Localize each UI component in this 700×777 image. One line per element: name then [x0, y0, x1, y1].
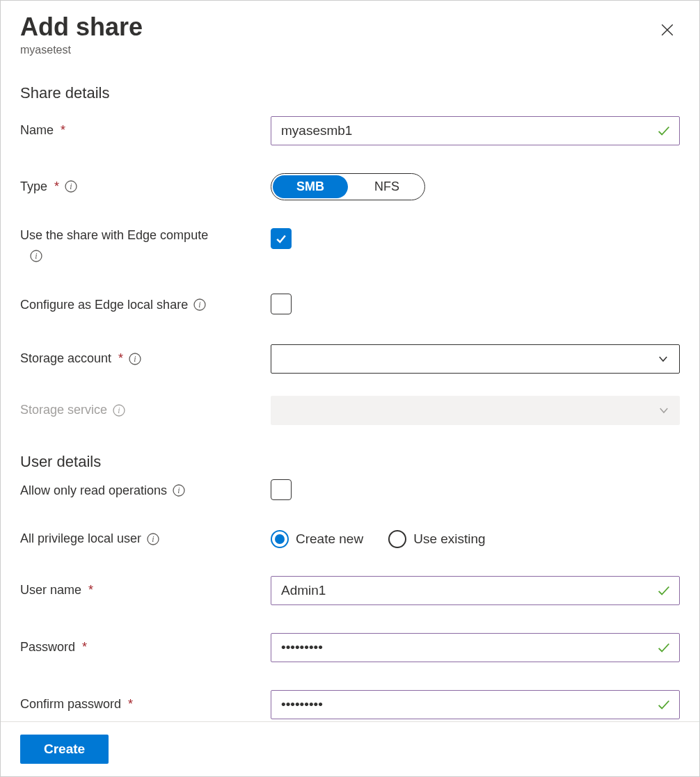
- type-toggle: SMB NFS: [271, 173, 425, 200]
- required-indicator: *: [118, 351, 123, 366]
- info-icon[interactable]: i: [30, 250, 42, 262]
- close-button[interactable]: [655, 17, 680, 42]
- read-only-checkbox[interactable]: [271, 479, 292, 500]
- edge-compute-checkbox[interactable]: [271, 228, 292, 249]
- priv-user-label: All privilege local user: [20, 531, 141, 546]
- required-indicator: *: [61, 123, 65, 138]
- storage-service-select: [271, 396, 680, 425]
- type-label: Type: [20, 179, 47, 194]
- info-icon[interactable]: i: [147, 533, 159, 545]
- type-option-smb[interactable]: SMB: [273, 175, 348, 198]
- share-details-heading: Share details: [20, 84, 680, 102]
- required-indicator: *: [54, 179, 59, 194]
- panel-subtitle: myasetest: [20, 44, 143, 56]
- priv-user-create-new[interactable]: Create new: [271, 530, 363, 548]
- password-label: Password: [20, 640, 75, 655]
- radio-label: Use existing: [413, 531, 486, 547]
- valid-check-icon: [656, 697, 671, 712]
- add-share-panel: Add share myasetest Share details Name *: [0, 0, 700, 777]
- edge-local-checkbox[interactable]: [271, 294, 292, 314]
- valid-check-icon: [656, 640, 671, 655]
- required-indicator: *: [82, 640, 87, 655]
- svg-text:i: i: [118, 406, 120, 415]
- priv-user-radio-group: Create new Use existing: [271, 530, 680, 548]
- svg-text:i: i: [177, 486, 180, 495]
- svg-text:i: i: [198, 300, 200, 310]
- svg-text:i: i: [134, 354, 136, 364]
- confirm-password-input[interactable]: [271, 690, 680, 719]
- storage-account-select[interactable]: [271, 344, 680, 374]
- user-name-input[interactable]: [271, 576, 680, 605]
- priv-user-use-existing[interactable]: Use existing: [388, 530, 486, 548]
- required-indicator: *: [128, 697, 133, 712]
- radio-label: Create new: [296, 531, 363, 547]
- name-label: Name: [20, 123, 54, 138]
- panel-footer: Create: [1, 721, 699, 776]
- valid-check-icon: [656, 123, 671, 138]
- storage-account-label: Storage account: [20, 351, 111, 366]
- chevron-down-icon: [658, 404, 670, 417]
- svg-text:i: i: [35, 251, 37, 261]
- info-icon[interactable]: i: [65, 180, 77, 193]
- svg-text:i: i: [70, 182, 72, 191]
- type-option-nfs[interactable]: NFS: [351, 175, 423, 198]
- name-input[interactable]: [271, 116, 680, 145]
- confirm-password-label: Confirm password: [20, 697, 121, 712]
- chevron-down-icon: [657, 353, 669, 365]
- create-button[interactable]: Create: [20, 735, 109, 764]
- storage-service-label: Storage service: [20, 403, 107, 417]
- info-icon[interactable]: i: [173, 484, 185, 497]
- info-icon[interactable]: i: [193, 298, 206, 311]
- panel-title: Add share: [20, 13, 143, 41]
- edge-compute-label: Use the share with Edge compute: [20, 228, 208, 242]
- info-icon: i: [113, 404, 125, 417]
- password-input[interactable]: [271, 633, 680, 662]
- info-icon[interactable]: i: [129, 353, 141, 365]
- edge-local-label: Configure as Edge local share: [20, 298, 188, 312]
- required-indicator: *: [88, 583, 93, 598]
- close-icon: [660, 22, 675, 38]
- valid-check-icon: [656, 583, 671, 598]
- user-details-heading: User details: [20, 453, 680, 471]
- svg-text:i: i: [152, 534, 154, 544]
- user-name-label: User name: [20, 583, 81, 598]
- read-only-label: Allow only read operations: [20, 483, 167, 498]
